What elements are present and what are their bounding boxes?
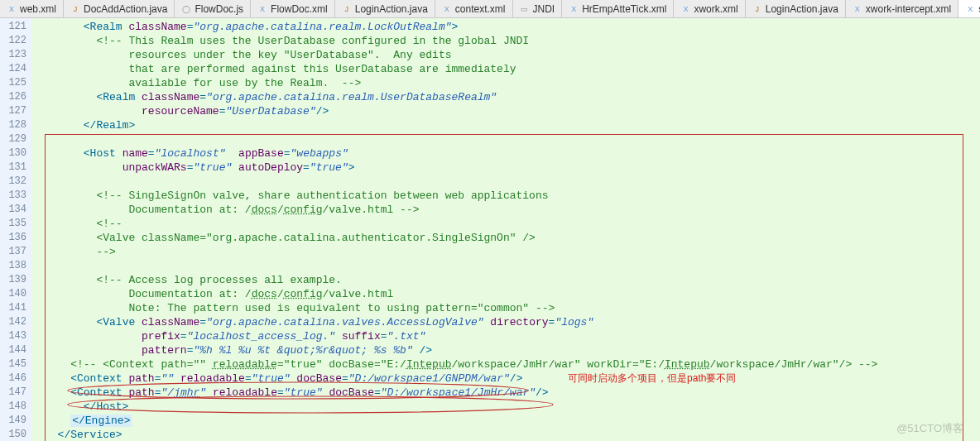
- tab-label: xwork-intercept.xml: [866, 3, 951, 15]
- line-number: 133: [0, 189, 31, 203]
- line-number: 140: [0, 287, 31, 301]
- line-number: 149: [0, 414, 31, 428]
- line-number: 136: [0, 231, 31, 245]
- tab-xwork-xml[interactable]: Xxwork.xml: [674, 0, 745, 18]
- line-number: 146: [0, 371, 31, 386]
- line-number: 135: [0, 217, 31, 231]
- code-line: <Valve className="org.apache.catalina.va…: [31, 315, 980, 329]
- code-line: <!-- <Context path="" reloadable="true" …: [31, 357, 980, 371]
- line-number: 130: [0, 146, 31, 161]
- code-line: </Engine>: [31, 414, 980, 428]
- code-line: </Realm>: [31, 118, 980, 132]
- line-number: 134: [0, 203, 31, 217]
- file-icon: ▭: [520, 4, 530, 14]
- tab-loginaction1[interactable]: JLoginAction.java: [335, 0, 435, 18]
- xml-icon: X: [257, 4, 267, 14]
- code-line: <!-- This Realm uses the UserDatabase co…: [31, 34, 980, 48]
- tab-loginaction2[interactable]: JLoginAction.java: [746, 0, 846, 18]
- xml-icon: X: [569, 4, 579, 14]
- line-number: 143: [0, 329, 31, 343]
- js-icon: ◯: [181, 4, 191, 14]
- line-number: 125: [0, 76, 31, 90]
- tab-label: FlowDoc.xml: [271, 3, 328, 15]
- code-line: [31, 259, 980, 273]
- line-number: 123: [0, 48, 31, 62]
- line-number: 150: [0, 428, 31, 441]
- code-line: <Realm className="org.apache.catalina.re…: [31, 20, 980, 34]
- xml-icon: X: [965, 4, 975, 14]
- code-line: that are performed against this UserData…: [31, 62, 980, 76]
- code-line: </Host>: [31, 400, 980, 414]
- tab-flowdoc-js[interactable]: ◯FlowDoc.js: [175, 0, 251, 18]
- code-line: pattern="%h %l %u %t &quot;%r&quot; %s %…: [31, 343, 980, 357]
- line-number: 148: [0, 400, 31, 414]
- line-number: 147: [0, 386, 31, 400]
- java-icon: J: [342, 4, 352, 14]
- java-icon: J: [752, 4, 762, 14]
- tab-docaddaction[interactable]: JDocAddAction.java: [64, 0, 175, 18]
- line-number-gutter: 1211221231241251261271281291301311321331…: [0, 18, 31, 441]
- code-line: <Host name="localhost" appBase="webapps": [31, 146, 980, 161]
- line-number: 145: [0, 357, 31, 371]
- java-icon: J: [70, 4, 80, 14]
- line-number: 131: [0, 161, 31, 175]
- tab-label: DocAddAction.java: [84, 3, 167, 15]
- tab-label: FlowDoc.js: [195, 3, 243, 15]
- line-number: 137: [0, 245, 31, 259]
- code-line: <!-- Access log processes all example.: [31, 273, 980, 287]
- code-line: <Context path="/jmhr" reloadable="true" …: [31, 386, 980, 400]
- code-area[interactable]: <Realm className="org.apache.catalina.re…: [31, 18, 980, 441]
- code-line: resources under the key "UserDatabase". …: [31, 48, 980, 62]
- line-number: 127: [0, 104, 31, 118]
- line-number: 144: [0, 343, 31, 357]
- line-number: 126: [0, 90, 31, 104]
- tab-hrempattetick[interactable]: XHrEmpAtteTick.xml: [562, 0, 674, 18]
- line-number: 124: [0, 62, 31, 76]
- tab-jndi[interactable]: ▭JNDI: [513, 0, 563, 18]
- tab-label: JNDI: [533, 3, 555, 15]
- code-line: <Realm className="org.apache.catalina.re…: [31, 90, 980, 104]
- code-line: resourceName="UserDatabase"/>: [31, 104, 980, 118]
- code-line: -->: [31, 245, 980, 259]
- code-line: Note: The pattern used is equivalent to …: [31, 301, 980, 315]
- code-line: Documentation at: /docs/config/valve.htm…: [31, 287, 980, 301]
- code-line: Documentation at: /docs/config/valve.htm…: [31, 203, 980, 217]
- tab-server-xml[interactable]: Xserver.xml✕: [958, 0, 980, 18]
- code-line: <Valve className="org.apache.catalina.au…: [31, 231, 980, 245]
- line-number: 132: [0, 175, 31, 189]
- line-number: 128: [0, 118, 31, 132]
- tab-flowdoc-xml[interactable]: XFlowDoc.xml: [251, 0, 335, 18]
- xml-icon: X: [853, 4, 862, 14]
- tab-label: LoginAction.java: [355, 3, 428, 15]
- code-line: <!--: [31, 217, 980, 231]
- editor: 1211221231241251261271281291301311321331…: [0, 18, 980, 441]
- line-number: 129: [0, 132, 31, 146]
- tab-label: LoginAction.java: [766, 3, 838, 15]
- xml-icon: X: [7, 4, 17, 14]
- tab-context-xml[interactable]: Xcontext.xml: [435, 0, 513, 18]
- code-line: </Service>: [31, 428, 980, 441]
- code-line: [31, 132, 980, 146]
- code-line: prefix="localhost_access_log." suffix=".…: [31, 329, 980, 343]
- editor-tab-bar: Xweb.xml JDocAddAction.java ◯FlowDoc.js …: [0, 0, 980, 18]
- xml-icon: X: [442, 4, 452, 14]
- tab-label: context.xml: [455, 3, 506, 15]
- tab-web-xml[interactable]: Xweb.xml: [0, 0, 64, 18]
- annotation-text: 可同时启动多个项目，但是path要不同: [568, 372, 736, 384]
- code-line: unpackWARs="true" autoDeploy="true">: [31, 161, 980, 175]
- tab-label: HrEmpAtteTick.xml: [582, 3, 666, 15]
- xml-icon: X: [680, 4, 690, 14]
- code-line: [31, 175, 980, 189]
- code-line: <!-- SingleSignOn valve, share authentic…: [31, 189, 980, 203]
- watermark: @51CTO博客: [896, 421, 963, 436]
- line-number: 139: [0, 273, 31, 287]
- line-number: 141: [0, 301, 31, 315]
- tab-label: xwork.xml: [694, 3, 737, 15]
- line-number: 122: [0, 34, 31, 48]
- line-number: 138: [0, 259, 31, 273]
- line-number: 142: [0, 315, 31, 329]
- code-line: available for use by the Realm. -->: [31, 76, 980, 90]
- line-number: 121: [0, 20, 31, 34]
- code-line: <Context path="" reloadable="true" docBa…: [31, 371, 980, 386]
- tab-xwork-intercept[interactable]: Xxwork-intercept.xml: [846, 0, 958, 18]
